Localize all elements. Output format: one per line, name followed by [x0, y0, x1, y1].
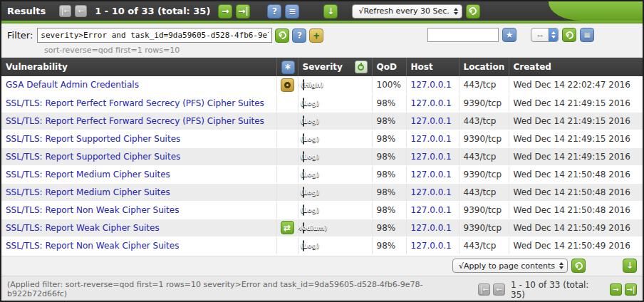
- table-row: SSL/TLS: Report Perfect Forward Secrecy …: [1, 112, 643, 130]
- severity-bar: 0.0 (Log): [303, 98, 304, 109]
- filter-refresh-icon[interactable]: [275, 28, 289, 43]
- page-title: Results: [7, 6, 46, 16]
- last-page-icon[interactable]: →|: [236, 4, 250, 19]
- severity-bar: 5.0 (Medium): [303, 222, 304, 234]
- previous-page-icon[interactable]: ←: [493, 283, 505, 296]
- mitigate-icon: ⇄: [281, 221, 294, 234]
- location-cell: 9390/tcp: [459, 201, 509, 219]
- apply-refresh-icon[interactable]: [571, 259, 586, 273]
- qod-cell: 98%: [372, 147, 406, 165]
- filter-help-icon[interactable]: ?: [292, 28, 306, 43]
- column-header-host[interactable]: Host: [406, 58, 459, 76]
- table-row: SSL/TLS: Report Medium Cipher Suites 0.0…: [1, 183, 643, 201]
- results-window: Results |← ← 1 - 10 of 33 (total: 35) → …: [0, 0, 644, 302]
- vulnerability-link[interactable]: SSL/TLS: Report Medium Cipher Suites: [6, 187, 170, 197]
- created-cell: Wed Dec 14 21:50:48 2016: [509, 183, 643, 201]
- created-cell: Wed Dec 14 21:49:15 2016: [509, 147, 643, 165]
- qod-cell: 98%: [372, 130, 406, 147]
- column-header-qod[interactable]: QoD: [372, 58, 406, 76]
- bottom-download-icon[interactable]: ↓: [623, 259, 637, 273]
- apply-select[interactable]: √Apply to page contents: [452, 259, 568, 273]
- first-page-icon[interactable]: |←: [59, 5, 71, 17]
- filter-label: Filter:: [7, 30, 33, 41]
- host-link[interactable]: 127.0.0.1: [411, 80, 452, 90]
- refresh-interval-select[interactable]: √Refresh every 30 Sec.: [352, 4, 462, 19]
- saved-filters-select[interactable]: --: [531, 28, 559, 42]
- created-cell: Wed Dec 14 21:50:49 2016: [509, 219, 643, 236]
- filter-input[interactable]: [37, 28, 272, 43]
- filters-list-icon[interactable]: ≡: [580, 28, 594, 42]
- download-icon[interactable]: ↓: [323, 4, 338, 19]
- created-cell: Wed Dec 14 21:50:48 2016: [509, 165, 643, 183]
- location-cell: 443/tcp: [459, 112, 509, 130]
- filter-subtext: sort-reverse=qod first=1 rows=10: [44, 46, 323, 55]
- previous-page-icon[interactable]: ←: [75, 5, 87, 17]
- table-row: SSL/TLS: Report Supported Cipher Suites …: [1, 130, 643, 147]
- qod-cell: 98%: [372, 94, 406, 112]
- vulnerability-link[interactable]: SSL/TLS: Report Perfect Forward Secrecy …: [6, 98, 264, 108]
- location-cell: 9390/tcp: [459, 165, 509, 183]
- solution-type-cell: [276, 112, 298, 130]
- column-header-location[interactable]: Location: [459, 58, 509, 76]
- severity-bar: 0.0 (Log): [303, 115, 304, 127]
- new-filter-icon[interactable]: +: [309, 28, 323, 43]
- solution-type-cell: [276, 236, 298, 254]
- refresh-icon[interactable]: [466, 4, 480, 19]
- next-page-icon[interactable]: →: [218, 4, 232, 19]
- footer-pagination: |← ← 1 - 10 of 33 (total: 35) → →|: [478, 280, 637, 300]
- column-header-created[interactable]: Created: [509, 58, 643, 76]
- location-cell: 9390/tcp: [459, 94, 509, 112]
- created-cell: Wed Dec 14 21:49:15 2016: [509, 130, 643, 147]
- created-cell: Wed Dec 14 21:50:49 2016: [509, 236, 643, 254]
- saved-filter-refresh-icon[interactable]: [562, 28, 576, 42]
- qod-cell: 98%: [372, 201, 406, 219]
- vulnerability-link[interactable]: SSL/TLS: Report Non Weak Cipher Suites: [6, 241, 179, 251]
- first-page-icon[interactable]: |←: [478, 283, 490, 296]
- host-link[interactable]: 127.0.0.1: [411, 223, 452, 233]
- vulnerability-link[interactable]: GSA Default Admin Credentials: [6, 80, 139, 90]
- vulnerability-link[interactable]: SSL/TLS: Report Medium Cipher Suites: [6, 170, 170, 179]
- apply-select-value: √Apply to page contents: [459, 261, 555, 271]
- severity-sort-icon[interactable]: [355, 61, 368, 73]
- vulnerability-link[interactable]: SSL/TLS: Report Perfect Forward Secrecy …: [6, 116, 264, 126]
- severity-bar: 0.0 (Log): [303, 204, 304, 216]
- titlebar: Results |← ← 1 - 10 of 33 (total: 35) → …: [1, 1, 643, 21]
- table-row: SSL/TLS: Report Non Weak Cipher Suites 0…: [1, 236, 643, 254]
- host-link[interactable]: 127.0.0.1: [411, 241, 452, 251]
- solution-type-cell: [276, 94, 298, 112]
- severity-bar: 0.0 (Log): [303, 240, 304, 251]
- location-cell: 443/tcp: [459, 183, 509, 201]
- list-icon[interactable]: ≡: [285, 4, 299, 19]
- solution-type-cell: [276, 76, 298, 94]
- column-header-severity[interactable]: Severity: [298, 58, 372, 76]
- created-cell: Wed Dec 14 21:49:15 2016: [509, 94, 643, 112]
- workaround-icon: [281, 78, 294, 92]
- vulnerability-link[interactable]: SSL/TLS: Report Non Weak Cipher Suites: [6, 205, 179, 215]
- filter-bar: Filter: ? + sort-reverse=qod first=1 row…: [1, 24, 643, 58]
- save-filter-input[interactable]: [427, 28, 499, 42]
- vulnerability-link[interactable]: SSL/TLS: Report Supported Cipher Suites: [6, 152, 180, 162]
- solution-type-cell: [276, 130, 298, 147]
- qod-cell: 98%: [372, 183, 406, 201]
- select-stepper-icon: [559, 262, 564, 269]
- host-link[interactable]: 127.0.0.1: [411, 98, 452, 108]
- footer-bar: (Applied filter: sort-reverse=qod first=…: [1, 276, 643, 301]
- host-link[interactable]: 127.0.0.1: [411, 152, 452, 162]
- vulnerability-link[interactable]: SSL/TLS: Report Supported Cipher Suites: [6, 134, 180, 144]
- qod-cell: 98%: [372, 236, 406, 254]
- next-page-icon[interactable]: →: [610, 283, 622, 296]
- save-filter-star-icon[interactable]: ★: [502, 28, 516, 42]
- apply-bar: √Apply to page contents ↓: [1, 256, 643, 276]
- host-link[interactable]: 127.0.0.1: [411, 187, 452, 197]
- host-link[interactable]: 127.0.0.1: [411, 205, 452, 215]
- column-header-vulnerability[interactable]: Vulnerability: [1, 58, 276, 76]
- host-link[interactable]: 127.0.0.1: [411, 170, 452, 179]
- column-header-solution-type[interactable]: *: [276, 58, 298, 76]
- host-link[interactable]: 127.0.0.1: [411, 134, 452, 144]
- host-link[interactable]: 127.0.0.1: [411, 116, 452, 126]
- table-row: SSL/TLS: Report Perfect Forward Secrecy …: [1, 94, 643, 112]
- help-icon[interactable]: ?: [267, 4, 281, 19]
- corner-swoosh-decoration: [549, 1, 643, 21]
- vulnerability-link[interactable]: SSL/TLS: Report Weak Cipher Suites: [6, 223, 160, 233]
- last-page-icon[interactable]: →|: [625, 283, 637, 296]
